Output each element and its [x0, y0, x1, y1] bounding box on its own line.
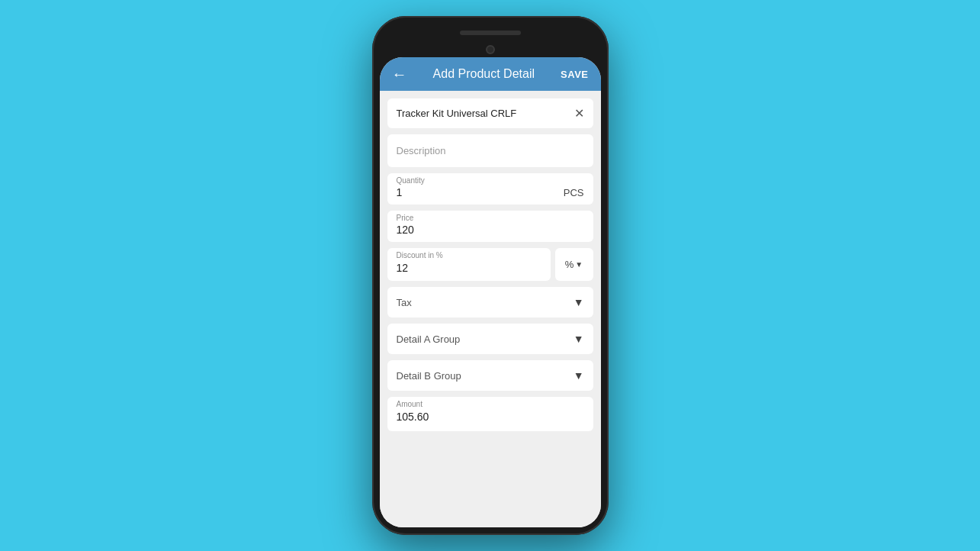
- description-field[interactable]: Description: [387, 134, 593, 167]
- save-button[interactable]: SAVE: [561, 69, 588, 80]
- product-tag-text: Tracker Kit Universal CRLF: [397, 108, 517, 119]
- quantity-label: Quantity: [397, 176, 584, 185]
- quantity-unit: PCS: [564, 187, 584, 198]
- price-value-row: 120: [397, 224, 584, 236]
- price-value: 120: [397, 224, 584, 236]
- phone-frame: ← Add Product Detail SAVE Tracker Kit Un…: [372, 16, 609, 535]
- phone-camera-row: [380, 42, 601, 57]
- price-label: Price: [397, 214, 584, 222]
- back-button[interactable]: ←: [392, 66, 407, 82]
- product-tag-close-button[interactable]: ✕: [574, 106, 584, 121]
- tax-label: Tax: [397, 297, 412, 308]
- page-title: Add Product Detail: [407, 67, 561, 81]
- phone-notch-bar: [380, 24, 601, 42]
- quantity-field[interactable]: Quantity 1 PCS: [387, 173, 593, 205]
- tax-arrow: ▼: [574, 296, 584, 308]
- discount-unit-arrow: ▼: [575, 260, 583, 269]
- discount-unit-label: %: [565, 259, 574, 270]
- quantity-value: 1: [397, 186, 561, 198]
- detail-b-arrow: ▼: [574, 369, 584, 382]
- detail-a-label: Detail A Group: [397, 334, 461, 345]
- product-tag-row: Tracker Kit Universal CRLF ✕: [387, 98, 593, 128]
- phone-notch: [460, 31, 521, 35]
- price-field[interactable]: Price 120: [387, 211, 593, 242]
- discount-field[interactable]: Discount in % 12: [387, 248, 551, 281]
- detail-a-arrow: ▼: [574, 333, 584, 345]
- discount-label: Discount in %: [397, 251, 541, 259]
- discount-row: Discount in % 12 % ▼: [387, 248, 593, 281]
- quantity-value-row: 1 PCS: [397, 186, 584, 198]
- detail-b-select[interactable]: Detail B Group ▼: [387, 360, 593, 391]
- amount-value: 105.60: [397, 411, 429, 423]
- tax-select[interactable]: Tax ▼: [387, 287, 593, 317]
- detail-a-select[interactable]: Detail A Group ▼: [387, 324, 593, 354]
- app-header: ← Add Product Detail SAVE: [380, 57, 601, 91]
- screen-content: Tracker Kit Universal CRLF ✕ Description…: [380, 91, 601, 527]
- discount-unit-dropdown[interactable]: % ▼: [555, 248, 593, 281]
- discount-value: 12: [397, 262, 409, 274]
- phone-screen: ← Add Product Detail SAVE Tracker Kit Un…: [380, 57, 601, 527]
- detail-b-label: Detail B Group: [397, 370, 461, 382]
- amount-field: Amount 105.60: [387, 397, 593, 431]
- amount-label: Amount: [397, 400, 584, 408]
- phone-camera: [486, 45, 495, 54]
